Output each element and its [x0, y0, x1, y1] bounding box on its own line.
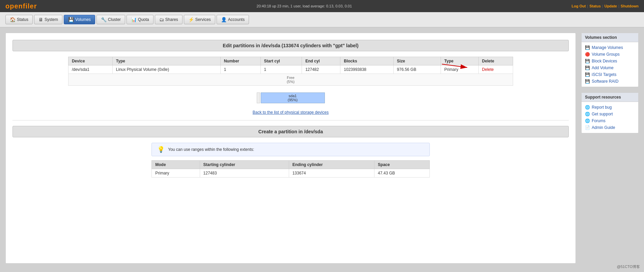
support-section: Support resources 🌐Report bug🌐Get suppor… [581, 92, 639, 133]
topbar: openfiler 20:40:18 up 23 min, 1 user, lo… [0, 0, 644, 12]
system-nav-icon: 🖥 [38, 17, 43, 22]
nav-label: Volumes [75, 17, 91, 22]
disk-sda1-label: sda1 [289, 94, 297, 98]
type-cell: Linux Physical Volume (0x8e) [112, 65, 220, 74]
sidebar-link-software-raid[interactable]: 💾Software RAID [582, 78, 638, 85]
back-link[interactable]: Back to the list of physical storage dev… [12, 110, 569, 115]
support-icon: 📄 [585, 125, 590, 130]
nav-label: Status [17, 17, 28, 22]
sidebar-link-label: Software RAID [592, 79, 618, 84]
create-col-start: Starting cylinder [200, 161, 289, 169]
nav-btn-cluster[interactable]: 🔧Cluster [96, 15, 125, 24]
support-links: 🌐Report bug🌐Get support🌐Forums📄Admin Gui… [582, 102, 638, 133]
sidebar-icon: 💾 [585, 79, 590, 84]
table-row: /dev/sda1 Linux Physical Volume (0x8e) 1… [68, 65, 513, 74]
create-space-cell: 47.43 GB [374, 169, 430, 178]
create-partition-table: Mode Starting cylinder Ending cylinder S… [151, 160, 430, 178]
nav-btn-system[interactable]: 🖥System [34, 15, 62, 24]
create-start-cell: 127483 [200, 169, 289, 178]
sidebar-link-add-volume[interactable]: 💾Add Volume [582, 64, 638, 71]
support-link-report-bug[interactable]: 🌐Report bug [582, 104, 638, 111]
support-icon: 🌐 [585, 105, 590, 110]
support-link-label: Report bug [592, 105, 612, 110]
volumes-nav-icon: 💾 [68, 17, 74, 22]
nav-label: System [45, 17, 58, 22]
support-icon: 🌐 [585, 112, 590, 116]
support-icon: 🌐 [585, 118, 590, 123]
quota-nav-icon: 📊 [131, 17, 137, 22]
logo-text: open [5, 2, 23, 10]
free-row: Free(5%) [68, 74, 513, 86]
number-cell: 1 [220, 65, 260, 74]
start-cyl-cell: 1 [260, 65, 302, 74]
blocks-cell: 1023993838 [340, 65, 393, 74]
create-end-cell: 133674 [289, 169, 374, 178]
sidebar-link-label: iSCSI Targets [592, 72, 616, 77]
nav-btn-shares[interactable]: 🗂Shares [155, 15, 183, 24]
status-link[interactable]: Status [589, 4, 601, 8]
update-link[interactable]: Update [605, 4, 617, 8]
sidebar-link-manage-volumes[interactable]: 💾Manage Volumes [582, 44, 638, 51]
volumes-links: 💾Manage Volumes🔴Volume Groups💾Block Devi… [582, 42, 638, 87]
logo: openfiler [5, 2, 37, 10]
partitions-table: Device Type Number Start cyl End cyl Blo… [68, 57, 513, 86]
col-size: Size [393, 57, 441, 65]
nav-btn-volumes[interactable]: 💾Volumes [64, 15, 95, 24]
topbar-actions: Log Out | Status | Update | Shutdown [571, 4, 639, 8]
shutdown-link[interactable]: Shutdown [621, 4, 639, 8]
hint-text: You can use ranges within the following … [168, 147, 254, 152]
support-link-label: Get support [592, 112, 613, 116]
nav-label: Cluster [108, 17, 121, 22]
edit-partitions-heading: Edit partitions in /dev/sda (133674 cyli… [12, 40, 569, 51]
services-nav-icon: ⚡ [188, 17, 194, 22]
col-start-cyl: Start cyl [260, 57, 302, 65]
delete-link[interactable]: Delete [482, 67, 494, 72]
nav-btn-quota[interactable]: 📊Quota [127, 15, 153, 24]
col-device: Device [68, 57, 112, 65]
sidebar-link-block-devices[interactable]: 💾Block Devices [582, 58, 638, 64]
nav-label: Accounts [228, 17, 245, 22]
support-link-forums[interactable]: 🌐Forums [582, 117, 638, 124]
nav-label: Quota [138, 17, 149, 22]
sidebar-icon: 💾 [585, 65, 590, 70]
support-link-get-support[interactable]: 🌐Get support [582, 111, 638, 117]
navbar: 🏠Status🖥System💾Volumes🔧Cluster📊Quota🗂Sha… [0, 12, 644, 27]
sidebar-link-label: Manage Volumes [592, 45, 623, 50]
support-link-label: Forums [592, 118, 606, 123]
create-col-space: Space [374, 161, 430, 169]
support-section-title: Support resources [582, 93, 638, 102]
status-nav-icon: 🏠 [10, 17, 16, 22]
sidebar-link-label: Block Devices [592, 59, 617, 63]
sidebar-link-iscsi-targets[interactable]: 💾iSCSI Targets [582, 71, 638, 78]
support-link-admin-guide[interactable]: 📄Admin Guide [582, 124, 638, 131]
nav-label: Shares [165, 17, 178, 22]
col-number: Number [220, 57, 260, 65]
sidebar-link-volume-groups[interactable]: 🔴Volume Groups [582, 51, 638, 58]
nav-btn-accounts[interactable]: 👤Accounts [217, 15, 249, 24]
disk-sda1-pct: (95%) [288, 98, 298, 102]
create-col-end: Ending cylinder [289, 161, 374, 169]
logout-link[interactable]: Log Out [571, 4, 586, 8]
delete-cell: Delete [478, 65, 513, 74]
sidebar-icon: 🔴 [585, 52, 590, 57]
free-label: Free(5%) [68, 74, 513, 86]
end-cyl-cell: 127482 [302, 65, 340, 74]
content-area: Edit partitions in /dev/sda (133674 cyli… [5, 33, 576, 264]
nav-label: Services [195, 17, 211, 22]
create-mode-cell: Primary [152, 169, 200, 178]
lightbulb-icon: 💡 [157, 146, 165, 153]
cluster-nav-icon: 🔧 [101, 17, 107, 22]
disk-free-left [257, 92, 260, 103]
sidebar-icon: 💾 [585, 59, 590, 63]
col-ptype: Type [441, 57, 479, 65]
col-end-cyl: End cyl [302, 57, 340, 65]
shares-nav-icon: 🗂 [159, 17, 164, 22]
sidebar: Volumes section 💾Manage Volumes🔴Volume G… [581, 33, 639, 264]
nav-btn-services[interactable]: ⚡Services [184, 15, 215, 24]
nav-btn-status[interactable]: 🏠Status [5, 15, 33, 24]
size-cell: 976.56 GB [393, 65, 441, 74]
device-cell: /dev/sda1 [68, 65, 112, 74]
sidebar-link-label: Volume Groups [592, 52, 620, 57]
col-type: Type [112, 57, 220, 65]
system-info: 20:40:18 up 23 min, 1 user, load average… [257, 4, 352, 8]
